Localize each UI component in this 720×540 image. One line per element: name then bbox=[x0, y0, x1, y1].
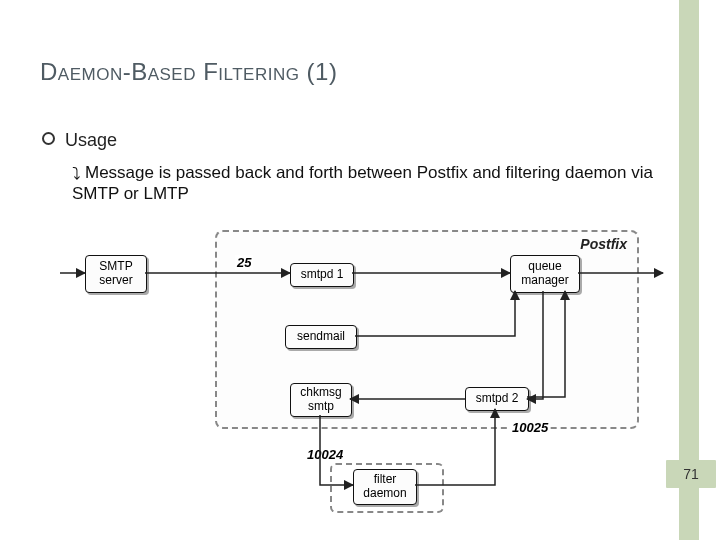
page-number-badge: 71 bbox=[666, 460, 716, 488]
accent-sidebar bbox=[678, 0, 700, 540]
page-title: Daemon-Based Filtering (1) bbox=[40, 58, 337, 86]
usage-label: Usage bbox=[65, 130, 117, 150]
diagram-wires bbox=[65, 225, 665, 525]
wave-bullet-icon: ⤵ bbox=[72, 164, 81, 185]
diagram-area: Postfix SMTPserver smtpd 1 queuemanager … bbox=[65, 225, 665, 505]
sub-bullet-text: Message is passed back and forth between… bbox=[72, 163, 653, 203]
sub-bullet-message: ⤵Message is passed back and forth betwee… bbox=[72, 162, 672, 205]
ring-bullet-icon bbox=[42, 132, 55, 145]
bullet-usage: Usage bbox=[42, 130, 117, 151]
